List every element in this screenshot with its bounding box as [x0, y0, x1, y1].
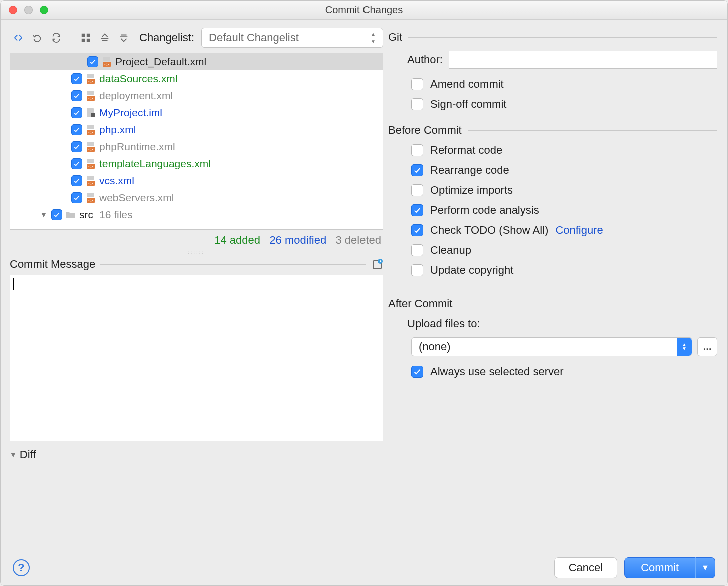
checkbox-icon[interactable]	[71, 90, 82, 101]
file-row[interactable]: <>dataSources.xml	[10, 70, 383, 87]
checkbox-icon[interactable]	[71, 73, 82, 84]
revert-icon[interactable]	[29, 29, 46, 46]
collapse-all-icon[interactable]	[115, 29, 132, 46]
checkbox-icon[interactable]	[411, 366, 423, 378]
cleanup-option[interactable]: Cleanup	[411, 244, 717, 257]
file-icon: <>	[85, 192, 96, 203]
checkbox-icon[interactable]	[71, 107, 82, 118]
checkbox-icon[interactable]	[71, 141, 82, 152]
group-by-icon[interactable]	[77, 29, 94, 46]
update-copyright-option[interactable]: Update copyright	[411, 264, 717, 277]
option-label: Update copyright	[430, 264, 513, 277]
cancel-button[interactable]: Cancel	[554, 557, 617, 578]
checkbox-icon[interactable]	[411, 98, 423, 110]
author-row: Author:	[407, 51, 717, 69]
check-todo-option[interactable]: Check TODO (Show All) Configure	[411, 224, 717, 237]
after-commit-section: After Commit	[388, 297, 717, 310]
deleted-count: 3 deleted	[335, 234, 381, 246]
svg-text:<>: <>	[88, 164, 93, 169]
upload-target-select[interactable]: (none) ▲▼	[411, 337, 692, 356]
file-row[interactable]: <>php.xml	[10, 121, 383, 138]
svg-rect-14	[91, 113, 95, 117]
changelist-select[interactable]: Default Changelist ▲▼	[201, 28, 383, 48]
checkbox-icon[interactable]	[411, 204, 423, 216]
checkbox-icon[interactable]	[411, 184, 423, 196]
checkbox-icon[interactable]	[71, 158, 82, 169]
code-analysis-option[interactable]: Perform code analysis	[411, 204, 717, 217]
diff-section-header[interactable]: ▼ Diff	[10, 448, 383, 461]
commit-dialog: Commit Changes	[0, 0, 728, 586]
show-diff-icon[interactable]	[10, 29, 27, 46]
checkbox-icon[interactable]	[411, 244, 423, 256]
diff-label: Diff	[20, 448, 36, 461]
browse-button[interactable]: …	[697, 337, 717, 356]
file-tree[interactable]: <>Project_Default.xml<>dataSources.xml<>…	[10, 53, 383, 230]
toolbar: Changelist: Default Changelist ▲▼	[10, 27, 383, 49]
amend-commit-option[interactable]: Amend commit	[411, 78, 717, 91]
checkbox-icon[interactable]	[411, 224, 423, 236]
file-row[interactable]: <>phpRuntime.xml	[10, 138, 383, 155]
option-label: Cleanup	[430, 244, 471, 257]
upload-label-row: Upload files to:	[407, 317, 717, 330]
svg-rect-27	[87, 193, 94, 197]
author-label: Author:	[407, 53, 443, 66]
checkbox-icon[interactable]	[71, 124, 82, 135]
commit-dropdown-icon[interactable]: ▼	[695, 557, 715, 578]
always-use-server-option[interactable]: Always use selected server	[411, 365, 717, 378]
checkbox-icon[interactable]	[87, 56, 98, 67]
right-panel: Git Author: Amend commit Sign-off commit…	[388, 20, 727, 550]
svg-rect-2	[82, 39, 85, 42]
folder-name: src	[79, 209, 93, 221]
change-summary: 14 added 26 modified 3 deleted	[10, 230, 383, 249]
file-icon	[85, 107, 96, 118]
optimize-imports-option[interactable]: Optimize imports	[411, 184, 717, 197]
option-label: Rearrange code	[430, 164, 509, 177]
expand-all-icon[interactable]	[96, 29, 113, 46]
checkbox-icon[interactable]	[51, 209, 62, 220]
chevron-down-icon[interactable]: ▼	[40, 211, 48, 219]
divider	[41, 455, 383, 455]
option-label: Reformat code	[430, 144, 502, 157]
file-name: templateLanguages.xml	[99, 158, 211, 170]
titlebar: Commit Changes	[1, 1, 727, 20]
resize-grip-icon[interactable]: ::::::	[10, 249, 383, 255]
svg-rect-24	[87, 176, 94, 180]
refresh-icon[interactable]	[48, 29, 65, 46]
author-input[interactable]	[449, 51, 717, 69]
svg-text:<>: <>	[104, 62, 109, 67]
option-label: Sign-off commit	[430, 98, 506, 111]
file-row[interactable]: <>Project_Default.xml	[10, 53, 383, 70]
folder-row[interactable]: ▼src16 files	[10, 206, 383, 223]
upload-target-value: (none)	[419, 340, 451, 353]
checkbox-icon[interactable]	[411, 78, 423, 90]
file-row[interactable]: <>templateLanguages.xml	[10, 155, 383, 172]
commit-message-input[interactable]	[10, 275, 383, 441]
git-section: Git	[388, 31, 717, 44]
file-row[interactable]: <>webServers.xml	[10, 189, 383, 206]
signoff-commit-option[interactable]: Sign-off commit	[411, 98, 717, 111]
commit-button[interactable]: Commit	[624, 557, 695, 578]
file-name: php.xml	[99, 124, 136, 136]
checkbox-icon[interactable]	[71, 192, 82, 203]
file-name: MyProject.iml	[99, 107, 162, 119]
file-row[interactable]: MyProject.iml	[10, 104, 383, 121]
button-bar: ? Cancel Commit ▼	[1, 550, 727, 585]
history-icon[interactable]	[371, 258, 383, 270]
rearrange-code-option[interactable]: Rearrange code	[411, 164, 717, 177]
file-row[interactable]: <>deployment.xml	[10, 87, 383, 104]
left-panel: Changelist: Default Changelist ▲▼ <>Proj…	[1, 20, 388, 550]
configure-link[interactable]: Configure	[555, 224, 603, 237]
svg-rect-7	[87, 74, 94, 78]
checkbox-icon[interactable]	[411, 164, 423, 176]
folder-count: 16 files	[99, 209, 133, 221]
file-row[interactable]: <>vcs.xml	[10, 172, 383, 189]
checkbox-icon[interactable]	[71, 175, 82, 186]
checkbox-icon[interactable]	[411, 264, 423, 276]
before-commit-section: Before Commit	[388, 124, 717, 137]
reformat-code-option[interactable]: Reformat code	[411, 144, 717, 157]
checkbox-icon[interactable]	[411, 144, 423, 156]
help-icon[interactable]: ?	[13, 559, 30, 576]
commit-split-button: Commit ▼	[624, 557, 715, 578]
svg-text:<>: <>	[88, 96, 93, 101]
file-icon: <>	[85, 141, 96, 152]
